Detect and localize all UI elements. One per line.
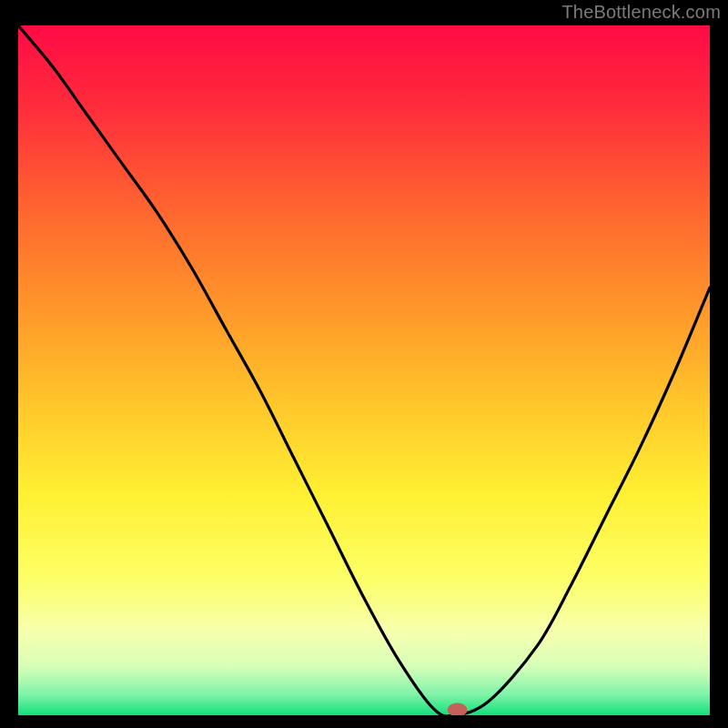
chart-svg bbox=[18, 25, 710, 715]
chart-frame: TheBottleneck.com bbox=[0, 0, 728, 728]
chart-background bbox=[18, 25, 710, 715]
watermark-text: TheBottleneck.com bbox=[561, 2, 721, 23]
chart-plot bbox=[18, 25, 710, 715]
